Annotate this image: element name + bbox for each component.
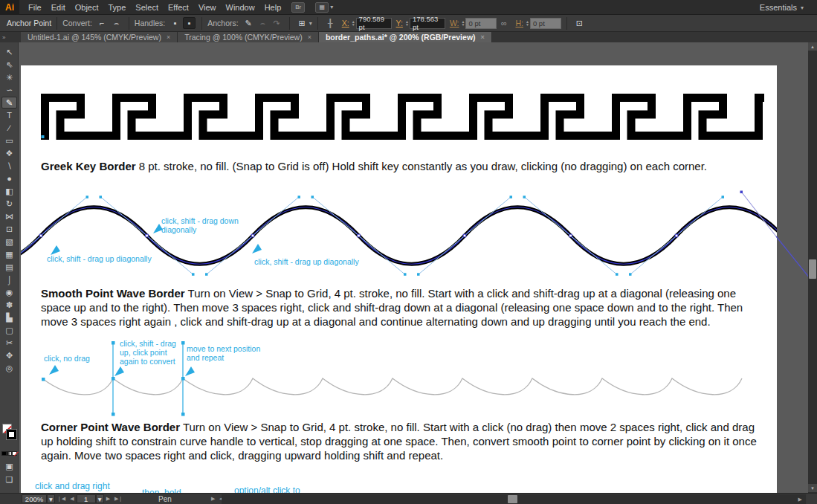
mesh-tool[interactable]: ▦ [1, 248, 17, 260]
close-tab-icon[interactable]: × [481, 33, 485, 41]
magic-wand-tool[interactable]: ✳ [1, 71, 17, 83]
vertical-scrollbar[interactable]: ▲ ▼ [808, 42, 817, 493]
scroll-down-icon[interactable]: ▼ [808, 484, 817, 492]
type-tool[interactable]: T [1, 109, 17, 121]
direct-selection-tool[interactable]: ⇖ [1, 59, 17, 71]
bridge-icon[interactable]: Br [291, 2, 305, 13]
gradient-button[interactable] [7, 451, 12, 456]
last-artboard-icon[interactable]: ▶❘ [114, 496, 123, 502]
eraser-tool[interactable]: ◧ [1, 185, 17, 197]
color-button[interactable] [1, 451, 7, 456]
cut-path-button[interactable]: ↷ [271, 17, 283, 29]
menu-help[interactable]: Help [265, 3, 282, 12]
tab-label: Untitled-1.ai @ 145% (CMYK/Preview) [28, 33, 161, 42]
menu-type[interactable]: Type [109, 3, 126, 12]
first-artboard-icon[interactable]: ❘◀ [57, 496, 65, 502]
fill-stroke-indicator[interactable] [0, 423, 19, 448]
lasso-tool[interactable]: ∽ [1, 84, 17, 96]
h-spinner[interactable]: ▲▼ [526, 20, 529, 26]
symbol-sprayer-tool[interactable]: ✽ [1, 299, 17, 311]
tab-border-paths[interactable]: border_paths.ai* @ 200% (RGB/Preview) × [319, 32, 492, 42]
y-input[interactable]: 178.563 pt [410, 18, 445, 29]
previous-artboard-icon[interactable]: ◀ [70, 496, 74, 502]
pen-tool[interactable]: ✎ [1, 97, 17, 109]
menu-effect[interactable]: Effect [168, 3, 189, 12]
zoom-level-field[interactable]: 200% [22, 494, 47, 503]
screen-mode-button[interactable]: ❏ [1, 474, 17, 485]
hide-handles-button[interactable]: ▪ [183, 17, 196, 29]
convert-to-corner-button[interactable]: ⌐ [96, 17, 109, 29]
illustrator-logo[interactable]: Ai [0, 0, 19, 15]
scroll-right-icon[interactable]: ▶ [798, 497, 802, 503]
menu-select[interactable]: Select [135, 3, 158, 12]
w-input[interactable]: 0 pt [465, 18, 497, 29]
zoom-tool[interactable]: ◎ [1, 362, 17, 374]
horizontal-scrollbar[interactable]: ▶ [222, 494, 806, 504]
artboard-dropdown-icon[interactable]: ▾ [96, 494, 104, 503]
close-tab-icon[interactable]: × [308, 33, 311, 41]
line-segment-tool[interactable]: ∕ [1, 122, 17, 134]
w-spinner[interactable]: ▲▼ [462, 20, 465, 26]
show-handles-button[interactable]: ▪ [169, 17, 181, 29]
tab-untitled-1[interactable]: Untitled-1.ai @ 145% (CMYK/Preview) × [21, 32, 178, 42]
pencil-tool[interactable]: ∖ [1, 160, 17, 172]
drawing-modes-button[interactable]: ▣ [1, 460, 17, 472]
vertical-scroll-thumb[interactable] [809, 259, 816, 279]
arrange-documents-icon[interactable]: ▦ [315, 2, 329, 13]
column-graph-tool[interactable]: ▙ [1, 311, 17, 323]
x-input[interactable]: 790.589 pt [356, 18, 392, 29]
zoom-dropdown-icon[interactable]: ▾ [47, 494, 55, 503]
shape-builder-tool[interactable]: ▧ [1, 236, 17, 248]
panel-chevrons-icon[interactable]: » [0, 32, 21, 42]
transform-panel-icon[interactable]: ⊞ [296, 17, 309, 29]
artboard-number-field[interactable]: 1 [77, 494, 96, 503]
paintbrush-tool[interactable]: ❖ [1, 147, 17, 159]
rotate-tool[interactable]: ↻ [1, 198, 17, 210]
menu-object[interactable]: Object [75, 3, 99, 12]
link-dimensions-icon[interactable]: ∞ [497, 17, 510, 29]
rectangle-tool[interactable]: ▭ [1, 135, 17, 146]
reference-point-widget[interactable]: ╂ [324, 17, 337, 29]
tab-tracing[interactable]: Tracing @ 100% (CMYK/Preview) × [178, 32, 319, 42]
hand-tool[interactable]: ✥ [1, 349, 17, 361]
width-tool[interactable]: ⋈ [1, 210, 17, 222]
document-tab-bar: » Untitled-1.ai @ 145% (CMYK/Preview) × … [0, 32, 817, 42]
x-spinner[interactable]: ▲▼ [352, 20, 355, 26]
corner-wave-border-path[interactable] [43, 378, 742, 395]
menu-edit[interactable]: Edit [51, 3, 65, 12]
next-artboard-icon[interactable]: ▶ [106, 496, 110, 502]
menu-window[interactable]: Window [226, 3, 255, 12]
y-spinner[interactable]: ▲▼ [405, 20, 409, 26]
corner-wave-caption: Corner Point Wave Border Turn on View > … [41, 420, 768, 462]
status-expand-icon[interactable]: ▶ [211, 496, 215, 502]
stroke-swatch-black[interactable] [7, 430, 16, 439]
horizontal-scroll-thumb[interactable] [508, 495, 517, 503]
w-label: W: [450, 19, 459, 28]
path-start-anchor[interactable] [42, 135, 45, 138]
h-input[interactable]: 0 pt [530, 18, 561, 29]
greek-key-border-path[interactable] [41, 94, 764, 140]
close-tab-icon[interactable]: × [167, 33, 170, 41]
handle-line[interactable] [742, 193, 776, 236]
blend-tool[interactable]: ◉ [1, 286, 17, 298]
workspace-switcher[interactable]: Essentials ▾ [760, 0, 804, 15]
blob-brush-tool[interactable]: ● [1, 172, 17, 184]
menu-view[interactable]: View [198, 3, 216, 12]
transform-caret-icon[interactable]: ▾ [309, 20, 312, 27]
handle-end-point[interactable] [740, 191, 743, 194]
constrain-proportions-icon[interactable]: ⊡ [573, 17, 586, 29]
eyedropper-tool[interactable]: ⌡ [1, 274, 17, 285]
none-button[interactable] [12, 451, 17, 456]
artboard-tool[interactable]: ▢ [1, 324, 17, 336]
remove-anchor-button[interactable]: ✎ [242, 17, 255, 29]
selection-tool[interactable]: ↖ [1, 46, 17, 58]
connect-anchors-button[interactable]: ⌢ [256, 17, 269, 29]
slice-tool[interactable]: ✂ [1, 337, 17, 349]
artboard-canvas[interactable]: Greek Key Border 8 pt. stroke, no fill. … [21, 65, 777, 493]
arrange-documents-caret-icon[interactable]: ▾ [330, 4, 333, 10]
menu-file[interactable]: File [28, 3, 42, 12]
free-transform-tool[interactable]: ⊡ [1, 223, 17, 235]
convert-to-smooth-button[interactable]: ⌢ [110, 17, 123, 29]
gradient-tool[interactable]: ▤ [1, 261, 17, 273]
scroll-up-icon[interactable]: ▲ [808, 42, 817, 51]
